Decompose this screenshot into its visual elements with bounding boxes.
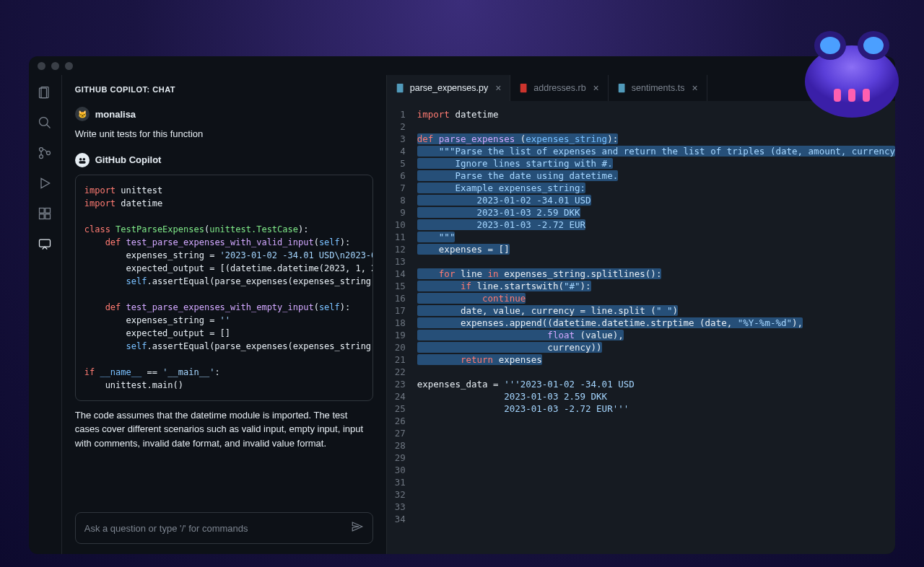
svg-rect-9 <box>40 88 47 97</box>
search-icon[interactable] <box>36 114 53 131</box>
user-name: monalisa <box>95 109 136 120</box>
close-icon[interactable]: × <box>692 82 697 94</box>
run-debug-icon[interactable] <box>36 175 53 192</box>
chat-input[interactable] <box>84 523 351 534</box>
send-icon[interactable] <box>351 520 364 536</box>
user-message: 🐱 monalisa Write unit tests for this fun… <box>75 107 373 141</box>
editor-window: GITHUB COPILOT: CHAT 🐱 monalisa Write un… <box>29 56 895 554</box>
window-close-button[interactable] <box>38 62 45 70</box>
copilot-avatar <box>75 153 90 167</box>
close-icon[interactable]: × <box>593 82 599 94</box>
source-control-icon[interactable] <box>36 144 53 162</box>
copilot-mascot <box>794 20 910 121</box>
svg-rect-20 <box>40 239 51 247</box>
close-icon[interactable]: × <box>495 82 501 94</box>
svg-rect-16 <box>40 208 45 214</box>
svg-point-22 <box>82 158 85 161</box>
svg-rect-17 <box>45 208 51 214</box>
window-zoom-button[interactable] <box>65 62 73 70</box>
assistant-explanation: The code assumes that the datetime modul… <box>75 408 373 451</box>
svg-rect-7 <box>863 89 870 102</box>
svg-point-0 <box>805 45 899 118</box>
file-icon <box>519 83 529 93</box>
editor-panel: parse_expenses.py×addresses.rb×sentiment… <box>386 75 895 554</box>
extensions-icon[interactable] <box>36 205 53 222</box>
user-prompt: Write unit tests for this function <box>75 127 373 141</box>
chat-input-container <box>75 512 373 544</box>
chat-panel-title: GITHUB COPILOT: CHAT <box>75 85 373 94</box>
explorer-icon[interactable] <box>36 84 53 101</box>
tab-label: parse_expenses.py <box>410 83 488 93</box>
svg-rect-18 <box>40 214 45 219</box>
svg-point-10 <box>40 118 48 126</box>
tab-label: addresses.rb <box>533 83 585 93</box>
copilot-chat-icon[interactable] <box>36 235 53 252</box>
svg-point-4 <box>863 37 884 54</box>
assistant-message: GitHub Copilot import unittestimport dat… <box>75 153 373 451</box>
svg-rect-23 <box>79 161 85 164</box>
svg-rect-19 <box>45 214 51 219</box>
user-avatar: 🐱 <box>75 107 90 121</box>
svg-rect-24 <box>396 84 403 92</box>
svg-marker-15 <box>41 178 50 188</box>
file-icon <box>617 83 627 93</box>
svg-point-13 <box>40 155 43 159</box>
svg-rect-6 <box>848 89 855 102</box>
tab-parse_expenses-py[interactable]: parse_expenses.py× <box>387 75 511 101</box>
svg-rect-5 <box>834 89 841 102</box>
assistant-name: GitHub Copilot <box>95 154 162 165</box>
activity-bar <box>29 75 61 554</box>
file-icon <box>396 83 406 93</box>
svg-rect-26 <box>619 84 625 92</box>
svg-point-14 <box>47 151 51 155</box>
code-area[interactable]: import datetime def parse_expenses (expe… <box>417 108 895 554</box>
window-titlebar <box>29 56 895 75</box>
svg-line-11 <box>47 125 51 128</box>
svg-point-3 <box>820 37 840 54</box>
tab-sentiments-ts[interactable]: sentiments.ts× <box>609 75 707 101</box>
window-minimize-button[interactable] <box>51 62 59 70</box>
svg-point-12 <box>40 148 43 151</box>
svg-rect-25 <box>520 84 527 92</box>
line-gutter: 1234567891011121314151617181920212223242… <box>387 108 417 554</box>
editor-content[interactable]: 1234567891011121314151617181920212223242… <box>387 101 895 554</box>
tab-label: sentiments.ts <box>632 83 685 93</box>
assistant-code-block: import unittestimport datetime class Tes… <box>75 175 373 401</box>
svg-point-21 <box>79 158 82 161</box>
chat-panel: GITHUB COPILOT: CHAT 🐱 monalisa Write un… <box>61 75 386 554</box>
tab-addresses-rb[interactable]: addresses.rb× <box>510 75 608 101</box>
